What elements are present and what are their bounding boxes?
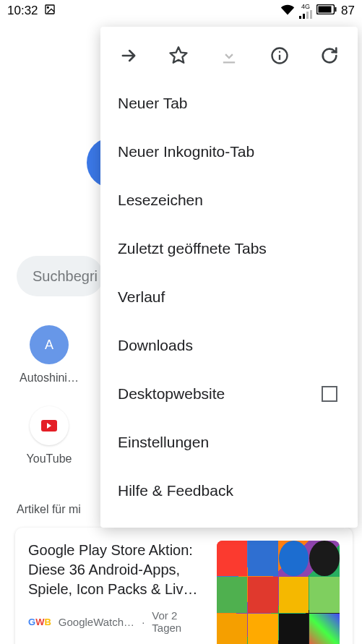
menu-item-history[interactable]: Verlauf <box>100 272 358 321</box>
battery-text: 87 <box>341 4 355 18</box>
signal-icon: 4G <box>299 4 312 19</box>
forward-icon <box>118 46 139 66</box>
search-input[interactable]: Suchbegri <box>17 256 103 296</box>
wifi-icon <box>280 4 295 19</box>
battery-icon <box>316 4 337 18</box>
svg-rect-5 <box>310 10 312 19</box>
svg-point-11 <box>278 51 280 53</box>
svg-rect-8 <box>335 7 337 12</box>
desktop-site-checkbox[interactable] <box>322 386 337 402</box>
article-source: GoogleWatch… <box>59 616 134 628</box>
source-badge: GWB <box>28 617 51 627</box>
shortcut-avatar: A <box>30 325 69 364</box>
shortcut-label: Autoshini… <box>20 372 79 385</box>
shortcut-avatar <box>30 406 69 445</box>
article-age: Vor 2 Tagen <box>152 609 208 634</box>
shortcut-autoshine[interactable]: A Autoshini… <box>17 325 82 385</box>
svg-rect-4 <box>306 12 309 19</box>
article-title: Google Play Store Aktion: Diese 36 Andro… <box>28 541 208 599</box>
menu-item-desktop-site[interactable]: Desktopwebsite <box>100 369 358 418</box>
svg-rect-2 <box>299 16 301 19</box>
svg-rect-0 <box>46 5 54 14</box>
bookmark-button[interactable] <box>161 38 196 73</box>
info-icon <box>270 46 290 66</box>
search-placeholder: Suchbegri <box>33 268 98 285</box>
picture-icon <box>44 4 56 19</box>
reload-icon <box>319 46 340 66</box>
menu-item-recent-tabs[interactable]: Zuletzt geöffnete Tabs <box>100 224 358 272</box>
article-thumbnail <box>217 541 340 644</box>
menu-item-bookmarks[interactable]: Lesezeichen <box>100 176 358 224</box>
article-separator: · <box>142 616 145 628</box>
menu-item-help[interactable]: Hilfe & Feedback <box>100 466 358 515</box>
overflow-menu: Neuer Tab Neuer Inkognito-Tab Lesezeiche… <box>100 27 358 528</box>
reload-button[interactable] <box>312 38 347 73</box>
svg-rect-3 <box>303 14 305 19</box>
articles-header: Artikel für mi <box>17 503 81 516</box>
status-time: 10:32 <box>7 4 38 18</box>
download-icon <box>219 46 239 66</box>
article-card[interactable]: Google Play Store Aktion: Diese 36 Andro… <box>15 528 353 644</box>
shortcut-youtube[interactable]: YouTube <box>17 406 82 465</box>
youtube-icon <box>41 420 57 432</box>
menu-item-incognito[interactable]: Neuer Inkognito-Tab <box>100 127 358 176</box>
menu-item-downloads[interactable]: Downloads <box>100 321 358 369</box>
forward-button[interactable] <box>111 38 146 73</box>
svg-point-1 <box>47 7 48 8</box>
info-button[interactable] <box>262 38 297 73</box>
download-button[interactable] <box>212 38 246 73</box>
status-bar: 10:32 4G 87 <box>0 0 362 22</box>
star-icon <box>168 46 189 66</box>
svg-rect-7 <box>319 7 332 13</box>
shortcut-label: YouTube <box>27 452 72 465</box>
menu-item-settings[interactable]: Einstellungen <box>100 418 358 466</box>
menu-item-new-tab[interactable]: Neuer Tab <box>100 79 358 127</box>
